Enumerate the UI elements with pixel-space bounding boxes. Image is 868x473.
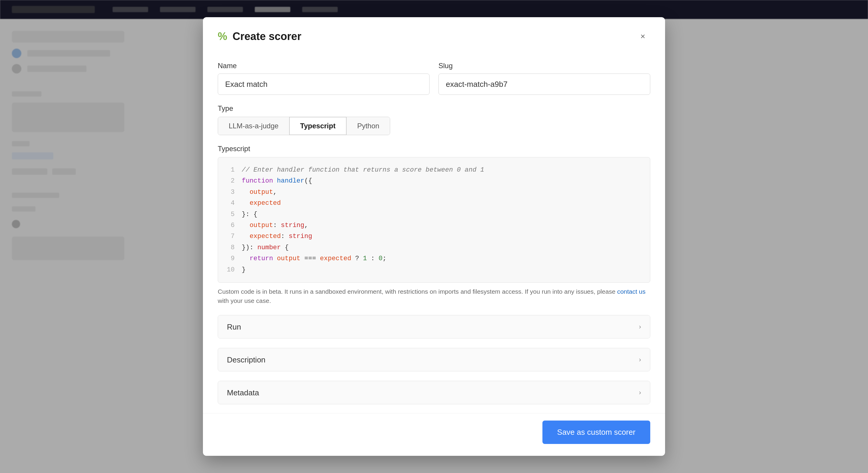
name-group: Name — [218, 62, 430, 95]
run-section: Run › — [218, 315, 650, 338]
metadata-header[interactable]: Metadata › — [218, 381, 650, 404]
contact-us-link[interactable]: contact us — [617, 288, 646, 295]
code-line-9: 9 return output === expected ? 1 : 0; — [224, 253, 644, 264]
code-line-10: 10 } — [224, 264, 644, 275]
type-label: Type — [218, 104, 650, 113]
code-line-3: 3 output, — [224, 187, 644, 198]
code-line-1: 1 // Enter handler function that returns… — [224, 165, 644, 175]
code-editor[interactable]: 1 // Enter handler function that returns… — [218, 157, 650, 283]
typescript-section: Typescript 1 // Enter handler function t… — [218, 145, 650, 305]
code-line-6: 6 output: string, — [224, 220, 644, 231]
metadata-chevron-icon: › — [639, 389, 641, 396]
code-line-2: 2 function handler({ — [224, 175, 644, 186]
description-chevron-icon: › — [639, 356, 641, 364]
code-note: Custom code is in beta. It runs in a san… — [218, 287, 650, 305]
modal-overlay: % Create scorer × Name Slug Type — [0, 0, 868, 473]
name-label: Name — [218, 62, 430, 70]
modal-body: Name Slug Type LLM-as-a-judge Typescript… — [203, 53, 665, 413]
name-input[interactable] — [218, 73, 430, 95]
modal-title-group: % Create scorer — [218, 30, 301, 43]
metadata-section: Metadata › — [218, 381, 650, 404]
tab-llm-as-a-judge[interactable]: LLM-as-a-judge — [218, 117, 289, 135]
code-line-7: 7 expected: string — [224, 231, 644, 242]
slug-input[interactable] — [438, 73, 650, 95]
scorer-icon: % — [218, 31, 227, 42]
create-scorer-modal: % Create scorer × Name Slug Type — [203, 17, 665, 456]
modal-footer: Save as custom scorer — [203, 413, 665, 456]
type-tabs: LLM-as-a-judge Typescript Python — [218, 117, 390, 135]
run-header[interactable]: Run › — [218, 315, 650, 338]
description-section: Description › — [218, 348, 650, 371]
type-group: Type LLM-as-a-judge Typescript Python — [218, 104, 650, 135]
name-slug-row: Name Slug — [218, 62, 650, 95]
slug-group: Slug — [438, 62, 650, 95]
code-line-5: 5 }: { — [224, 209, 644, 220]
typescript-label: Typescript — [218, 145, 650, 153]
code-line-8: 8 }): number { — [224, 242, 644, 253]
metadata-title: Metadata — [227, 388, 259, 397]
code-line-4: 4 expected — [224, 198, 644, 209]
description-header[interactable]: Description › — [218, 348, 650, 371]
modal-header: % Create scorer × — [203, 17, 665, 53]
tab-python[interactable]: Python — [347, 117, 390, 135]
save-as-custom-scorer-button[interactable]: Save as custom scorer — [542, 420, 650, 444]
run-title: Run — [227, 322, 241, 332]
slug-label: Slug — [438, 62, 650, 70]
close-button[interactable]: × — [636, 29, 650, 44]
description-title: Description — [227, 355, 266, 364]
modal-title: Create scorer — [232, 30, 301, 43]
run-chevron-icon: › — [639, 323, 641, 331]
tab-typescript[interactable]: Typescript — [289, 117, 347, 135]
